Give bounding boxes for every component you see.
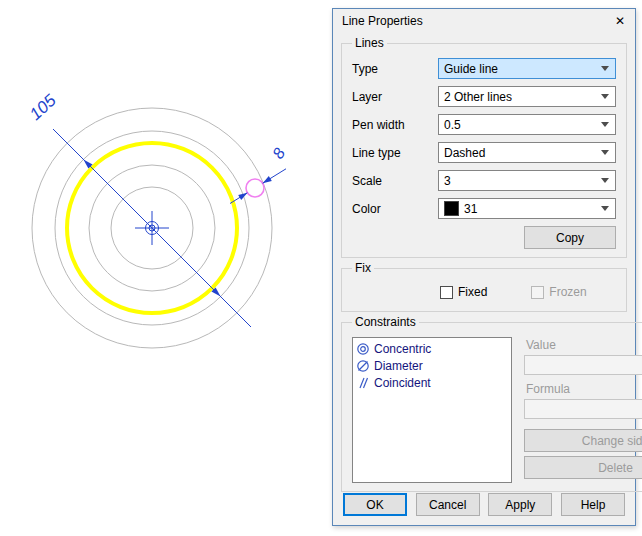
chevron-down-icon [601,178,609,183]
close-icon[interactable]: ✕ [611,12,629,30]
fixed-checkbox[interactable]: Fixed [440,285,487,299]
copy-button[interactable]: Copy [524,226,616,249]
chevron-down-icon [601,150,609,155]
constraint-label: Diameter [374,359,423,373]
type-row: Type Guide line [352,58,616,79]
line-properties-dialog: Line Properties ✕ Lines Type Guide line … [332,8,636,526]
checkbox-icon [531,286,544,299]
constraints-group: Constraints Concentric [341,315,642,492]
scale-row: Scale 3 [352,170,616,191]
chevron-down-icon [601,66,609,71]
cancel-button[interactable]: Cancel [416,493,480,516]
dialog-button-bar: OK Cancel Apply Help [333,493,635,516]
fixed-label: Fixed [458,285,487,299]
layer-select[interactable]: 2 Other lines [438,86,616,107]
chevron-down-icon [601,94,609,99]
fix-group: Fix Fixed Frozen [341,261,627,312]
diameter-icon [356,359,370,373]
constraint-label: Coincident [374,376,431,390]
app-window: 105 8 Line Properties ✕ Lines Type [0,0,642,536]
fix-group-label: Fix [352,261,374,275]
checkbox-icon [440,286,453,299]
list-item[interactable]: Diameter [353,357,511,374]
dimension-105[interactable]: 105 [26,91,60,124]
pen-width-label: Pen width [352,118,438,132]
ok-button[interactable]: OK [343,493,407,516]
delete-button: Delete [524,456,642,479]
formula-label: Formula [526,382,642,396]
line-type-row: Line type Dashed [352,142,616,163]
lines-group: Lines Type Guide line Layer 2 Other line… [341,36,627,258]
scale-label: Scale [352,174,438,188]
list-item[interactable]: Coincident [353,374,511,391]
color-select[interactable]: 31 [438,198,616,219]
drawing-canvas[interactable]: 105 8 [0,0,330,536]
line-type-select[interactable]: Dashed [438,142,616,163]
constraint-label: Concentric [374,342,431,356]
list-item[interactable]: Concentric [353,340,511,357]
color-value-wrap: 31 [439,199,597,218]
type-value: Guide line [439,59,597,78]
constraint-detail-column: Value Formula Change side Delete [524,337,642,483]
frozen-checkbox: Frozen [531,285,586,299]
layer-row: Layer 2 Other lines [352,86,616,107]
chevron-down-icon [601,122,609,127]
dialog-title: Line Properties [342,14,611,28]
coincident-icon [356,376,370,390]
scale-value: 3 [439,171,597,190]
copy-row: Copy [352,226,616,249]
pen-width-select[interactable]: 0.5 [438,114,616,135]
layer-value: 2 Other lines [439,87,597,106]
chevron-down-icon [601,206,609,211]
frozen-label: Frozen [549,285,586,299]
line-type-label: Line type [352,146,438,160]
pen-width-row: Pen width 0.5 [352,114,616,135]
line-type-value: Dashed [439,143,597,162]
formula-input [524,399,642,419]
dimension-8[interactable]: 8 [269,145,288,162]
constraints-body: Concentric Diameter [352,337,642,483]
change-side-button: Change side [524,429,642,452]
help-button[interactable]: Help [561,493,625,516]
color-label: Color [352,202,438,216]
apply-button[interactable]: Apply [488,493,552,516]
value-input [524,355,642,375]
color-value: 31 [464,202,477,216]
color-swatch [444,201,459,216]
scale-select[interactable]: 3 [438,170,616,191]
concentric-icon [356,342,370,356]
type-label: Type [352,62,438,76]
lines-group-label: Lines [352,36,387,50]
selected-small-circle[interactable] [246,179,264,197]
pen-width-value: 0.5 [439,115,597,134]
type-select[interactable]: Guide line [438,58,616,79]
constraints-group-label: Constraints [352,315,419,329]
constraints-listbox[interactable]: Concentric Diameter [352,337,512,483]
dialog-titlebar[interactable]: Line Properties ✕ [333,9,635,33]
value-label: Value [526,338,642,352]
fix-row: Fixed Frozen [352,285,616,299]
dim-arrow [263,176,272,183]
cad-drawing: 105 8 [0,0,330,536]
color-row: Color 31 [352,198,616,219]
layer-label: Layer [352,90,438,104]
